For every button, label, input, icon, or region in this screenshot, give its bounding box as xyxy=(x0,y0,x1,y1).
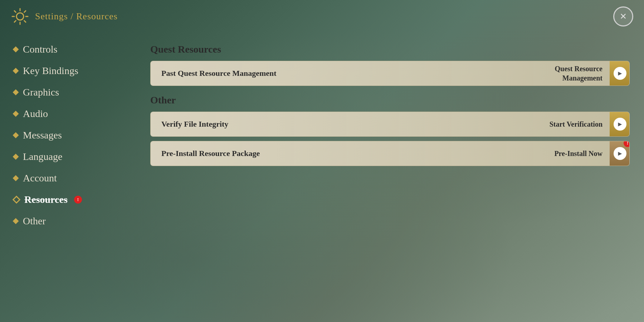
pre-install-arrow[interactable]: ► ! xyxy=(611,141,629,166)
sidebar-bullet-account xyxy=(13,175,19,181)
sidebar-label-account: Account xyxy=(23,172,57,184)
sidebar-item-language[interactable]: Language xyxy=(11,147,125,166)
verify-label: Verify File Integrity xyxy=(151,119,542,129)
other-section-title: Other xyxy=(150,94,630,106)
sidebar-label-key-bindings: Key Bindings xyxy=(23,65,78,77)
verify-arrow[interactable]: ► xyxy=(611,112,629,136)
sidebar-bullet-language xyxy=(13,154,19,160)
content-area: Quest Resources Past Quest Resource Mana… xyxy=(136,33,644,322)
arrow-circle-preinstall-icon: ► xyxy=(614,147,626,160)
sidebar-item-key-bindings[interactable]: Key Bindings xyxy=(11,62,125,80)
verify-row[interactable]: Verify File Integrity Start Verification… xyxy=(150,112,630,137)
sidebar-item-audio[interactable]: Audio xyxy=(11,104,125,123)
sidebar-item-controls[interactable]: Controls xyxy=(11,40,125,59)
pre-install-right: Pre-Install Now ► ! xyxy=(547,141,629,166)
arrow-circle-icon: ► xyxy=(614,67,626,80)
sidebar-label-audio: Audio xyxy=(23,108,48,119)
sidebar-item-account[interactable]: Account xyxy=(11,169,125,187)
sidebar-item-other[interactable]: Other xyxy=(11,212,125,230)
sidebar-bullet-audio xyxy=(13,111,19,117)
sidebar-label-language: Language xyxy=(23,151,62,162)
sidebar-bullet-other xyxy=(13,218,19,224)
pre-install-action-label: Pre-Install Now xyxy=(547,150,610,158)
verify-right: Start Verification ► xyxy=(542,112,629,136)
sidebar-bullet-controls xyxy=(13,47,19,53)
past-quest-right: Quest Resource Management ► xyxy=(548,61,630,86)
pre-install-label: Pre-Install Resource Package xyxy=(151,149,547,158)
sidebar-item-graphics[interactable]: Graphics xyxy=(11,83,125,102)
sidebar-item-resources[interactable]: Resources! xyxy=(11,190,125,209)
past-quest-arrow[interactable]: ► xyxy=(611,61,629,86)
sidebar-label-graphics: Graphics xyxy=(23,87,59,98)
sidebar-label-messages: Messages xyxy=(23,130,62,141)
close-button[interactable]: ✕ xyxy=(613,6,633,26)
past-quest-row[interactable]: Past Quest Resource Management Quest Res… xyxy=(150,61,630,86)
quest-section-title: Quest Resources xyxy=(150,44,630,55)
sidebar-label-resources: Resources xyxy=(24,194,68,205)
pre-install-error-badge: ! xyxy=(624,141,630,147)
close-icon: ✕ xyxy=(620,11,627,21)
gear-icon xyxy=(11,7,29,26)
sidebar-bullet-resources xyxy=(13,196,21,204)
past-quest-action-label: Quest Resource Management xyxy=(548,64,610,83)
sidebar-label-controls: Controls xyxy=(23,44,57,55)
sidebar-bullet-graphics xyxy=(13,89,19,96)
sidebar-bullet-messages xyxy=(13,132,19,138)
sidebar-badge-resources: ! xyxy=(74,196,82,204)
sidebar: ControlsKey BindingsGraphicsAudioMessage… xyxy=(0,33,136,322)
sidebar-bullet-key-bindings xyxy=(13,68,19,74)
verify-action-label: Start Verification xyxy=(542,120,610,128)
sidebar-item-messages[interactable]: Messages xyxy=(11,126,125,145)
page-title: Settings / Resources xyxy=(35,11,118,22)
pre-install-row[interactable]: Pre-Install Resource Package Pre-Install… xyxy=(150,141,630,166)
past-quest-label: Past Quest Resource Management xyxy=(151,69,548,78)
sidebar-label-other: Other xyxy=(23,215,46,227)
arrow-circle-verify-icon: ► xyxy=(614,118,626,131)
